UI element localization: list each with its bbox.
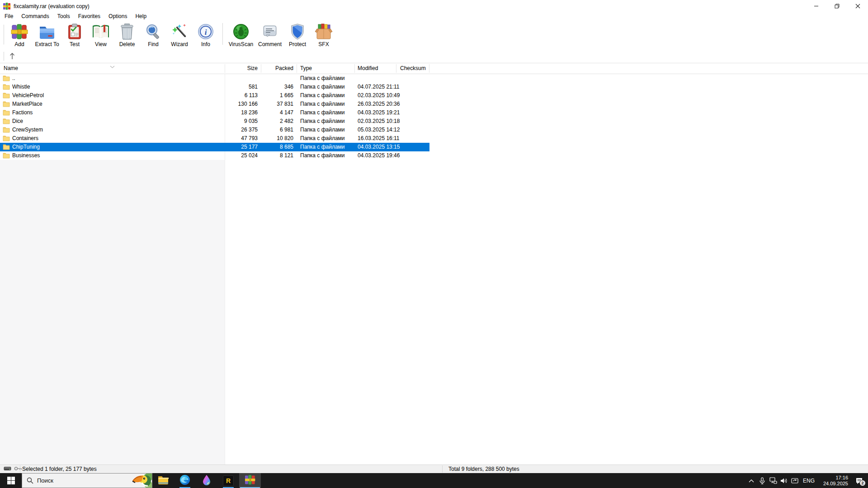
column-header-modified[interactable]: Modified xyxy=(358,63,395,74)
add-button[interactable]: Add xyxy=(6,20,33,47)
test-button[interactable]: Test xyxy=(61,20,88,47)
row-packed: 2 482 xyxy=(261,117,293,126)
virusscan-button[interactable]: VirusScan xyxy=(226,20,255,47)
taskbar-explorer-button[interactable] xyxy=(152,473,174,488)
row-modified: 02.03.2025 10:18 xyxy=(358,117,407,126)
window-title: fixcalamity.rar (evaluation copy) xyxy=(14,3,90,9)
info-button[interactable]: i Info xyxy=(193,20,219,47)
protect-button[interactable]: Protect xyxy=(284,20,311,47)
column-header-type[interactable]: Type xyxy=(300,63,352,74)
row-packed: 8 121 xyxy=(261,151,293,160)
column-header-checksum[interactable]: Checksum xyxy=(400,63,427,74)
tray-chevron-up-icon[interactable] xyxy=(746,473,757,488)
tray-cast-icon[interactable] xyxy=(789,473,800,488)
row-modified: 02.03.2025 10:49 xyxy=(358,91,407,100)
notification-center-button[interactable]: 2 xyxy=(850,473,868,488)
search-highlight-toucan-image[interactable] xyxy=(128,474,152,488)
row-modified: 16.03.2025 16:11 xyxy=(358,134,407,143)
extract-to-button[interactable]: Extract To xyxy=(33,20,61,47)
view-button[interactable]: View xyxy=(88,20,114,47)
table-row[interactable]: Containers47 79310 820Папка с файлами16.… xyxy=(0,134,429,143)
row-type: Папка с файлами xyxy=(300,134,354,143)
address-bar xyxy=(0,50,868,63)
row-type: Папка с файлами xyxy=(300,108,354,117)
table-row[interactable]: CrewSystem26 3756 981Папка с файлами05.0… xyxy=(0,126,429,134)
row-packed xyxy=(261,74,293,83)
tray-language-indicator[interactable]: ENG xyxy=(800,478,817,484)
row-name: Factions xyxy=(12,108,222,117)
column-divider[interactable] xyxy=(297,64,297,73)
menu-help[interactable]: Help xyxy=(131,12,151,20)
menu-tools[interactable]: Tools xyxy=(53,12,74,20)
row-packed: 8 685 xyxy=(261,143,293,151)
menu-options[interactable]: Options xyxy=(104,12,131,20)
taskbar-edge-button[interactable] xyxy=(174,473,196,488)
menu-favorites[interactable]: Favorites xyxy=(74,12,104,20)
wizard-button[interactable]: Wizard xyxy=(166,20,193,47)
statusbar-separator xyxy=(442,465,443,473)
taskbar-rage-button[interactable]: R xyxy=(217,473,239,488)
menu-file[interactable]: File xyxy=(0,12,17,20)
status-bar: Selected 1 folder, 25 177 bytes Total 9 … xyxy=(0,465,868,473)
protect-label: Protect xyxy=(289,41,306,47)
tray-volume-icon[interactable] xyxy=(778,473,789,488)
up-directory-button[interactable] xyxy=(6,51,18,61)
svg-text:i: i xyxy=(205,28,207,37)
column-divider[interactable] xyxy=(261,64,261,73)
table-row[interactable]: Factions18 2364 147Папка с файлами04.03.… xyxy=(0,108,429,117)
menu-commands[interactable]: Commands xyxy=(17,12,53,20)
table-row[interactable]: ..Папка с файлами xyxy=(0,74,429,83)
title-bar: fixcalamity.rar (evaluation copy) xyxy=(0,0,868,12)
find-button[interactable]: Find xyxy=(140,20,166,47)
row-modified: 04.03.2025 13:15 xyxy=(358,143,407,151)
row-name: MarketPlace xyxy=(12,100,222,108)
status-total-text: Total 9 folders, 288 500 bytes xyxy=(448,465,519,473)
column-divider[interactable] xyxy=(354,64,355,73)
table-row[interactable]: Whistle581346Папка с файлами04.07.2025 2… xyxy=(0,83,429,91)
comment-button[interactable]: Comment xyxy=(255,20,284,47)
row-packed: 6 981 xyxy=(261,126,293,134)
extract-folder-icon xyxy=(38,23,56,40)
wizard-label: Wizard xyxy=(171,41,188,47)
column-header-packed[interactable]: Packed xyxy=(261,63,293,74)
virusscan-icon xyxy=(232,23,250,40)
table-row[interactable]: ChipTuning25 1778 685Папка с файлами04.0… xyxy=(0,143,429,151)
table-row[interactable]: MarketPlace130 16637 831Папка с файлами2… xyxy=(0,100,429,108)
start-button[interactable] xyxy=(0,473,22,488)
restore-button[interactable] xyxy=(826,0,847,12)
column-divider[interactable] xyxy=(396,64,396,73)
table-row[interactable]: Businesses25 0248 121Папка с файлами04.0… xyxy=(0,151,429,160)
key-icon[interactable] xyxy=(14,466,22,473)
add-archive-icon xyxy=(10,23,28,40)
row-packed: 4 147 xyxy=(261,108,293,117)
table-row[interactable]: Dice9 0352 482Папка с файлами02.03.2025 … xyxy=(0,117,429,126)
row-name: VehiclePetrol xyxy=(12,91,222,100)
folder-icon xyxy=(3,135,10,141)
tray-network-icon[interactable] xyxy=(768,473,778,488)
tray-clock[interactable]: 17:16 24.09.2025 xyxy=(817,475,850,487)
sfx-button[interactable]: SFX xyxy=(311,20,337,47)
folder-icon xyxy=(3,127,10,133)
row-name: Whistle xyxy=(12,83,222,91)
search-input[interactable]: Поиск xyxy=(22,473,152,488)
column-header-size[interactable]: Size xyxy=(226,63,258,74)
rage-mp-icon: R xyxy=(223,475,234,486)
drive-icon[interactable] xyxy=(4,466,11,473)
minimize-button[interactable] xyxy=(806,0,826,12)
notification-count-badge: 2 xyxy=(859,480,866,486)
table-row[interactable]: VehiclePetrol6 1131 665Папка с файлами02… xyxy=(0,91,429,100)
taskbar-winrar-button[interactable] xyxy=(239,473,261,488)
taskbar-paint-drop-button[interactable] xyxy=(196,473,217,488)
row-type: Папка с файлами xyxy=(300,126,354,134)
statusbar-separator xyxy=(20,465,20,473)
row-size: 6 113 xyxy=(226,91,258,100)
row-modified xyxy=(358,74,407,83)
find-label: Find xyxy=(148,41,158,47)
extract-to-label: Extract To xyxy=(35,41,59,47)
close-button[interactable] xyxy=(847,0,868,12)
row-type: Папка с файлами xyxy=(300,100,354,108)
column-divider[interactable] xyxy=(225,64,225,73)
delete-button[interactable]: Delete xyxy=(114,20,140,47)
column-divider[interactable] xyxy=(429,64,429,73)
tray-microphone-icon[interactable] xyxy=(757,473,768,488)
